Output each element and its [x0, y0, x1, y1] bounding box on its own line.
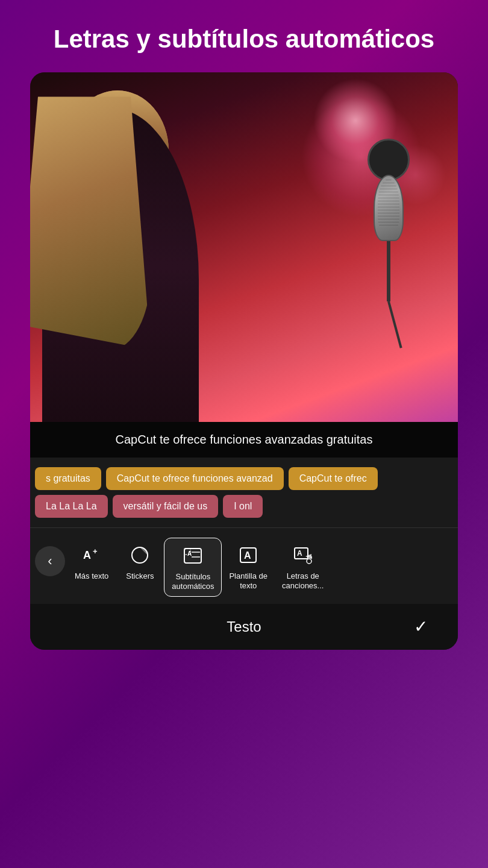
letras-label: Letras decanciones...: [282, 571, 324, 590]
svg-text:A: A: [187, 550, 192, 557]
mic-stand: [387, 181, 390, 301]
track-pill[interactable]: La La La La: [35, 495, 108, 518]
microphone: [368, 145, 410, 350]
track-pill[interactable]: s gratuitas: [35, 467, 101, 490]
track-row-1: s gratuitas CapCut te ofrece funciones a…: [30, 465, 458, 492]
track-pill[interactable]: I onl: [223, 495, 263, 518]
svg-text:A: A: [297, 549, 302, 558]
track-pill[interactable]: CapCut te ofrec: [289, 467, 378, 490]
svg-text:A: A: [244, 550, 251, 561]
tool-letras[interactable]: A Letras decanciones...: [275, 538, 331, 595]
back-button[interactable]: ‹: [35, 546, 65, 576]
bottom-title: Testo: [227, 618, 261, 635]
subtitle-tracks: s gratuitas CapCut te ofrece funciones a…: [30, 458, 458, 527]
tool-stickers[interactable]: Stickers: [116, 538, 164, 586]
video-area: [30, 72, 458, 422]
plantilla-icon: A: [236, 542, 261, 568]
page-title: Letras y subtítulos automáticos: [0, 0, 488, 72]
woman-figure: [30, 72, 266, 422]
tool-plantilla[interactable]: A Plantilla detexto: [222, 538, 275, 595]
mas-texto-label: Más texto: [75, 571, 108, 581]
subtitulos-icon: A: [180, 543, 205, 568]
toolbar: ‹ A + Más texto S: [30, 527, 458, 603]
svg-text:A: A: [83, 549, 91, 561]
svg-text:+: +: [93, 547, 98, 556]
track-pill[interactable]: versátil y fácil de us: [113, 495, 219, 518]
phone-card: CapCut te ofrece funciones avanzadas gra…: [30, 72, 458, 649]
caption-text: CapCut te ofrece funciones avanzadas gra…: [116, 433, 373, 446]
bottom-bar: Testo ✓: [30, 604, 458, 650]
mic-head: [374, 175, 404, 241]
mas-texto-icon: A +: [79, 542, 104, 568]
stickers-label: Stickers: [126, 571, 154, 581]
svg-point-10: [307, 559, 311, 564]
tool-subtitulos[interactable]: A Subtítulosautomáticos: [164, 538, 222, 596]
tool-mas-texto[interactable]: A + Más texto: [67, 538, 116, 586]
track-pill[interactable]: CapCut te ofrece funciones avanzad: [106, 467, 284, 490]
track-row-2: La La La La versátil y fácil de us I onl: [30, 492, 458, 520]
plantilla-label: Plantilla detexto: [229, 571, 267, 590]
toolbar-items: ‹ A + Más texto S: [30, 538, 458, 596]
mic-arm: [387, 301, 402, 348]
woman-hair-long: [30, 96, 151, 350]
stickers-icon: [127, 542, 152, 568]
caption-bar: CapCut te ofrece funciones avanzadas gra…: [30, 422, 458, 458]
check-button[interactable]: ✓: [407, 614, 434, 640]
letras-icon: A: [290, 542, 316, 568]
subtitulos-label: Subtítulosautomáticos: [172, 572, 214, 591]
